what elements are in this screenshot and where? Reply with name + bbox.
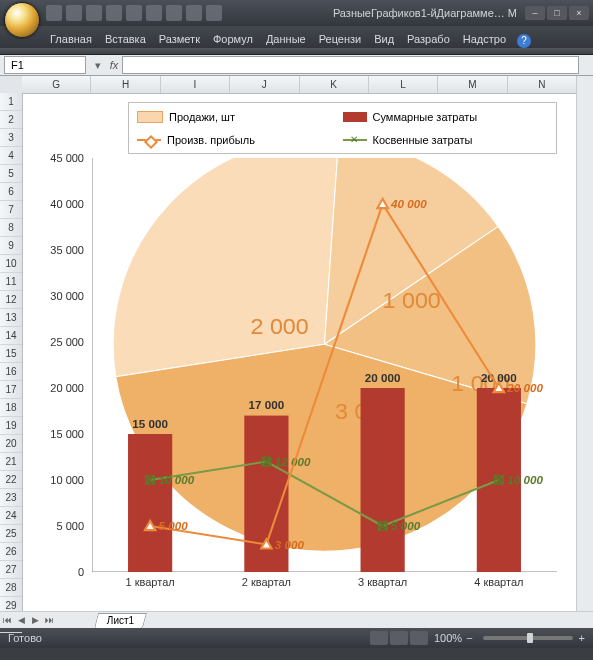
tab-nav-last-icon[interactable]: ⏭: [42, 613, 56, 627]
row-header[interactable]: 3: [0, 129, 22, 147]
row-header[interactable]: 27: [0, 561, 22, 579]
row-header[interactable]: 19: [0, 417, 22, 435]
col-header[interactable]: L: [369, 76, 438, 93]
row-header[interactable]: 6: [0, 183, 22, 201]
row-header[interactable]: 26: [0, 543, 22, 561]
embedded-chart[interactable]: Продажи, шт Суммарные затраты Произв. пр…: [32, 102, 567, 602]
help-icon[interactable]: ?: [517, 34, 531, 48]
row-header[interactable]: 13: [0, 309, 22, 327]
tab-nav-first-icon[interactable]: ⏮: [0, 613, 14, 627]
tab-developer[interactable]: Разрабо: [401, 30, 456, 48]
tab-addins[interactable]: Надстро: [457, 30, 512, 48]
svg-text:15 000: 15 000: [132, 418, 168, 430]
zoom-in-button[interactable]: +: [579, 632, 585, 644]
row-header[interactable]: 15: [0, 345, 22, 363]
legend-swatch-pie-icon: [137, 111, 163, 123]
row-header[interactable]: 14: [0, 327, 22, 345]
plot-area[interactable]: 2 0001 0001 0003 00015 00017 00020 00020…: [92, 158, 557, 572]
row-header[interactable]: 4: [0, 147, 22, 165]
name-box[interactable]: F1: [4, 56, 86, 74]
name-box-dropdown-icon[interactable]: ▾: [90, 57, 106, 73]
tab-data[interactable]: Данные: [260, 30, 312, 48]
row-header[interactable]: 16: [0, 363, 22, 381]
close-button[interactable]: ×: [569, 6, 589, 20]
svg-text:40 000: 40 000: [390, 198, 427, 210]
col-header[interactable]: H: [91, 76, 160, 93]
col-header[interactable]: G: [22, 76, 91, 93]
tab-view[interactable]: Вид: [368, 30, 400, 48]
y-axis: 05 00010 00015 00020 00025 00030 00035 0…: [32, 158, 90, 572]
row-header[interactable]: 25: [0, 525, 22, 543]
minimize-button[interactable]: –: [525, 6, 545, 20]
tab-home[interactable]: Главная: [44, 30, 98, 48]
qat-print-icon[interactable]: [106, 5, 122, 21]
svg-text:5 000: 5 000: [159, 520, 189, 532]
tab-layout[interactable]: Разметк: [153, 30, 206, 48]
vertical-scrollbar[interactable]: [576, 76, 593, 612]
tab-formulas[interactable]: Формул: [207, 30, 259, 48]
zoom-out-button[interactable]: −: [466, 632, 472, 644]
legend-entry-sales[interactable]: Продажи, шт: [137, 111, 343, 123]
view-layout-icon[interactable]: [390, 631, 408, 645]
tab-nav-prev-icon[interactable]: ◀: [14, 613, 28, 627]
row-header[interactable]: 17: [0, 381, 22, 399]
row-header[interactable]: 23: [0, 489, 22, 507]
svg-text:20 000: 20 000: [506, 382, 543, 394]
legend-label: Суммарные затраты: [373, 111, 478, 123]
row-header[interactable]: 22: [0, 471, 22, 489]
col-header[interactable]: K: [300, 76, 369, 93]
row-header[interactable]: 28: [0, 579, 22, 597]
y-tick: 30 000: [50, 290, 84, 302]
sheet-tab-label: Лист1: [107, 614, 134, 628]
quick-access-toolbar: [46, 5, 222, 21]
row-header[interactable]: 7: [0, 201, 22, 219]
formula-input[interactable]: [122, 56, 579, 74]
row-header[interactable]: 1: [0, 93, 22, 111]
row-header[interactable]: 10: [0, 255, 22, 273]
legend-entry-total-costs[interactable]: Суммарные затраты: [343, 111, 549, 123]
row-header[interactable]: 11: [0, 273, 22, 291]
legend-entry-indirect-costs[interactable]: ✕ Косвенные затраты: [343, 134, 549, 146]
qat-more-icon[interactable]: [206, 5, 222, 21]
zoom-slider[interactable]: [483, 636, 573, 640]
col-header[interactable]: N: [508, 76, 577, 93]
row-header[interactable]: 8: [0, 219, 22, 237]
tab-review[interactable]: Рецензи: [313, 30, 368, 48]
qat-filter-icon[interactable]: [186, 5, 202, 21]
zoom-thumb[interactable]: [527, 633, 533, 643]
row-header[interactable]: 12: [0, 291, 22, 309]
chart-legend[interactable]: Продажи, шт Суммарные затраты Произв. пр…: [128, 102, 557, 154]
fx-button[interactable]: fx: [106, 57, 122, 73]
svg-text:5 000: 5 000: [391, 520, 421, 532]
row-header[interactable]: 21: [0, 453, 22, 471]
qat-undo-icon[interactable]: [66, 5, 82, 21]
col-header[interactable]: J: [230, 76, 299, 93]
office-orb-button[interactable]: [4, 2, 40, 38]
tab-insert[interactable]: Вставка: [99, 30, 152, 48]
qat-redo-icon[interactable]: [86, 5, 102, 21]
row-header[interactable]: 18: [0, 399, 22, 417]
col-header[interactable]: M: [438, 76, 507, 93]
legend-line-green-icon: ✕: [343, 139, 367, 141]
row-header[interactable]: 9: [0, 237, 22, 255]
view-pagebreak-icon[interactable]: [410, 631, 428, 645]
row-header[interactable]: 24: [0, 507, 22, 525]
svg-rect-26: [361, 388, 405, 572]
sheet-tab[interactable]: Лист1: [94, 613, 147, 628]
row-header[interactable]: 2: [0, 111, 22, 129]
svg-text:20 000: 20 000: [365, 372, 401, 384]
qat-preview-icon[interactable]: [146, 5, 162, 21]
select-all-button[interactable]: [0, 76, 23, 94]
tab-nav-next-icon[interactable]: ▶: [28, 613, 42, 627]
x-tick: 4 квартал: [441, 576, 557, 592]
view-normal-icon[interactable]: [370, 631, 388, 645]
maximize-button[interactable]: □: [547, 6, 567, 20]
qat-quickprint-icon[interactable]: [126, 5, 142, 21]
col-header[interactable]: I: [161, 76, 230, 93]
svg-text:2 000: 2 000: [251, 313, 309, 339]
legend-entry-profit[interactable]: Произв. прибыль: [137, 134, 343, 146]
qat-sort-icon[interactable]: [166, 5, 182, 21]
qat-save-icon[interactable]: [46, 5, 62, 21]
row-header[interactable]: 20: [0, 435, 22, 453]
row-header[interactable]: 5: [0, 165, 22, 183]
